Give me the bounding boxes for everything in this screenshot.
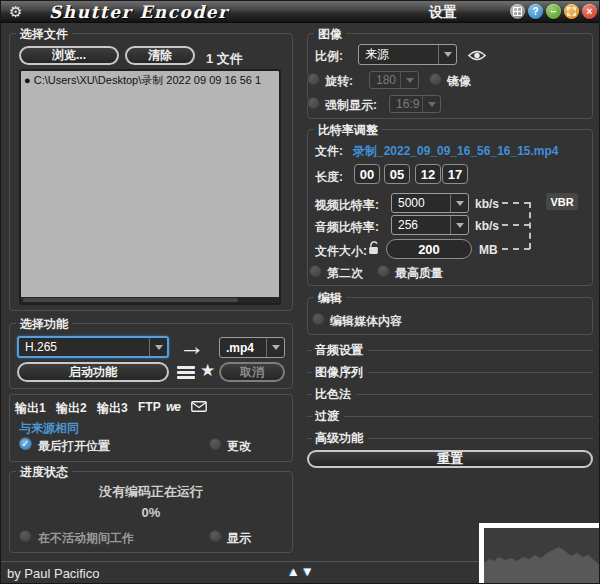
image-legend: 图像 xyxy=(314,26,346,43)
video-bitrate-select[interactable]: 5000 xyxy=(391,193,469,213)
queue-menu-icon[interactable] xyxy=(177,366,195,379)
display-checkbox[interactable] xyxy=(209,529,222,542)
video-bitrate-unit: kb/s xyxy=(475,197,499,211)
duration-hours[interactable]: 00 xyxy=(354,164,380,184)
file-list[interactable]: ● C:\Users\XU\Desktop\录制 2022 09 09 16 5… xyxy=(19,69,281,297)
media-icon[interactable]: we xyxy=(166,400,180,414)
edit-media-checkbox[interactable] xyxy=(312,312,325,325)
title-bar: ⚙ Shutter Encoder 设置 ? − × xyxy=(1,1,600,23)
tab-output2[interactable]: 输出2 xyxy=(56,400,87,417)
mail-icon[interactable] xyxy=(191,401,207,415)
scrollbar-thumb[interactable] xyxy=(23,298,238,302)
file-list-item[interactable]: ● C:\Users\XU\Desktop\录制 2022 09 09 16 5… xyxy=(21,71,279,90)
colorimetry-label[interactable]: 比色法 xyxy=(315,386,356,403)
force-display-label[interactable]: 强制显示: xyxy=(325,97,377,114)
lock-icon[interactable] xyxy=(367,240,380,259)
section-advanced[interactable]: 高级功能 xyxy=(307,431,593,445)
chevron-down-icon[interactable] xyxy=(266,338,284,357)
file-label: 文件: xyxy=(315,143,343,160)
tab-ftp[interactable]: FTP xyxy=(138,400,161,414)
tab-output3[interactable]: 输出3 xyxy=(97,400,128,417)
overlapping-window-preview xyxy=(479,523,600,584)
filesize-unit: MB xyxy=(479,243,498,257)
duration-seconds[interactable]: 12 xyxy=(415,164,441,184)
file-count-label: 1 文件 xyxy=(206,50,243,68)
section-audio-settings[interactable]: 音频设置 xyxy=(307,343,593,357)
audio-bitrate-select[interactable]: 256 xyxy=(391,215,469,235)
ratio-label: 比例: xyxy=(315,48,343,65)
codec-select[interactable]: H.265 xyxy=(17,336,169,358)
codec-value: H.265 xyxy=(19,338,149,356)
force-display-value: 16:9 xyxy=(390,96,422,112)
collapse-arrows[interactable]: ▲▼ xyxy=(287,564,315,579)
mirror-checkbox[interactable] xyxy=(429,72,442,85)
force-display-checkbox[interactable] xyxy=(307,96,320,109)
dashed-connector xyxy=(502,202,530,204)
filesize-label: 文件大小: xyxy=(315,243,367,260)
encoding-status: 没有编码正在运行 xyxy=(9,483,293,501)
two-pass-label[interactable]: 第二次 xyxy=(327,265,363,282)
work-inactive-label: 在不活动期间工作 xyxy=(38,530,134,547)
section-colorimetry[interactable]: 比色法 xyxy=(307,387,593,401)
section-transition[interactable]: 过渡 xyxy=(307,409,593,423)
reset-button[interactable]: 重置 xyxy=(307,450,593,468)
mirror-label[interactable]: 镜像 xyxy=(447,73,471,90)
rotate-label[interactable]: 旋转: xyxy=(325,73,353,90)
edit-legend: 编辑 xyxy=(314,290,346,307)
force-display-select: 16:9 xyxy=(389,95,441,113)
filesize-field[interactable]: 200 xyxy=(386,239,472,259)
settings-menu[interactable]: 设置 xyxy=(429,4,457,22)
minimize-button[interactable]: − xyxy=(546,4,561,19)
video-bitrate-label: 视频比特率: xyxy=(315,197,379,214)
audio-settings-label[interactable]: 音频设置 xyxy=(315,342,368,359)
chevron-down-icon xyxy=(422,96,440,112)
rotate-checkbox[interactable] xyxy=(307,72,320,85)
triangle-down-icon[interactable]: ▼ xyxy=(301,564,315,579)
file-list-scrollbar[interactable] xyxy=(19,297,281,305)
grid-icon xyxy=(513,7,522,16)
eye-icon xyxy=(468,49,486,62)
vbr-button[interactable]: VBR xyxy=(546,193,578,210)
extension-select[interactable]: .mp4 xyxy=(219,337,285,358)
start-function-button[interactable]: 启动功能 xyxy=(17,362,169,382)
window-grid-button[interactable] xyxy=(510,4,525,19)
best-quality-label[interactable]: 最高质量 xyxy=(395,265,443,282)
edit-media-label[interactable]: 编辑媒体内容 xyxy=(330,313,402,330)
change-checkbox[interactable] xyxy=(209,437,222,450)
transition-label[interactable]: 过渡 xyxy=(315,408,344,425)
section-image-sequence[interactable]: 图像序列 xyxy=(307,365,593,379)
chevron-down-icon[interactable] xyxy=(438,45,456,64)
two-pass-checkbox[interactable] xyxy=(309,264,322,277)
favorite-star-icon[interactable]: ★ xyxy=(200,360,215,381)
same-as-source-label: 与来源相同 xyxy=(19,420,79,437)
work-inactive-checkbox[interactable] xyxy=(19,529,32,542)
audio-bitrate-value: 256 xyxy=(392,216,450,234)
preview-eye-button[interactable] xyxy=(468,48,486,66)
image-sequence-label[interactable]: 图像序列 xyxy=(315,364,368,381)
video-bitrate-value: 5000 xyxy=(392,194,450,212)
display-label[interactable]: 显示 xyxy=(227,530,251,547)
change-label[interactable]: 更改 xyxy=(227,438,251,455)
clear-button[interactable]: 清除 xyxy=(125,46,195,65)
cancel-button[interactable]: 取消 xyxy=(219,362,285,382)
best-quality-checkbox[interactable] xyxy=(377,264,390,277)
gear-icon[interactable]: ⚙ xyxy=(9,3,22,21)
arrow-right-icon: → xyxy=(179,331,205,362)
chevron-down-icon[interactable] xyxy=(450,216,468,234)
open-last-label[interactable]: 最后打开位置 xyxy=(38,438,110,455)
maximize-button[interactable] xyxy=(564,4,579,19)
rotate-select: 180 xyxy=(369,71,419,89)
close-button[interactable]: × xyxy=(582,4,597,19)
chevron-down-icon[interactable] xyxy=(149,338,167,356)
ratio-select[interactable]: 来源 xyxy=(358,44,457,65)
advanced-features-label[interactable]: 高级功能 xyxy=(315,430,368,447)
tab-output1[interactable]: 输出1 xyxy=(15,400,46,417)
open-last-checkbox[interactable]: ✓ xyxy=(19,437,32,450)
browse-button[interactable]: 浏览... xyxy=(19,46,119,65)
chevron-down-icon[interactable] xyxy=(450,194,468,212)
app-title: Shutter Encoder xyxy=(49,2,229,22)
help-button[interactable]: ? xyxy=(528,4,543,19)
triangle-up-icon[interactable]: ▲ xyxy=(287,564,301,579)
duration-minutes[interactable]: 05 xyxy=(384,164,410,184)
duration-frames[interactable]: 17 xyxy=(442,164,468,184)
